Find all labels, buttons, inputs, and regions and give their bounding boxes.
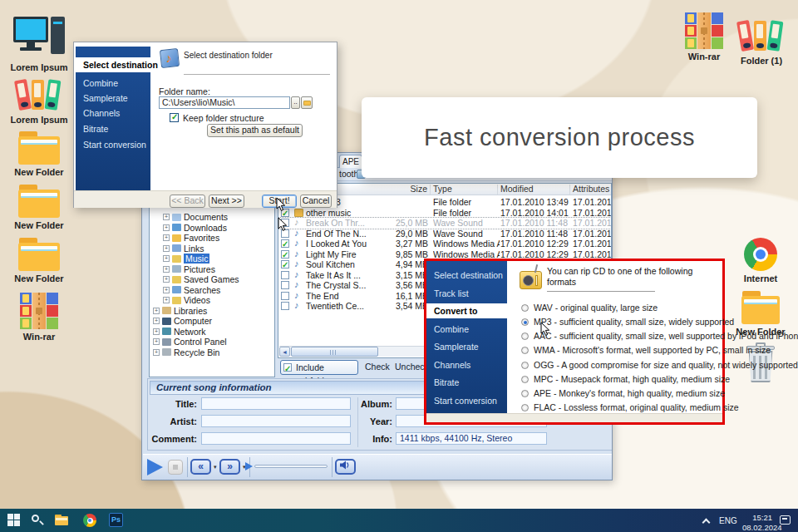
radio-icon[interactable] (521, 404, 529, 411)
sidebar-item-combine[interactable]: Combine (426, 322, 507, 337)
keep-folder-checkbox[interactable] (170, 113, 179, 122)
notification-center-icon[interactable] (780, 515, 791, 525)
desktop-icon-binders[interactable]: Lorem Ipsum (7, 77, 71, 125)
desktop-icon-new-folder-3[interactable]: New Folder (7, 238, 71, 283)
tree-item-network[interactable]: +Network (150, 327, 206, 337)
expand-icon[interactable]: + (163, 224, 170, 231)
file-row[interactable]: other musicFile folder17.01.2010 14:0117… (278, 208, 611, 219)
folder-path-input[interactable]: C:\Users\lio\Music\ (159, 96, 290, 109)
cancel-button[interactable]: Cancel (300, 195, 332, 208)
radio-icon[interactable] (521, 376, 529, 383)
photoshop-icon[interactable]: Ps (109, 513, 123, 527)
radio-icon[interactable] (521, 390, 529, 397)
column-type[interactable]: Type (433, 184, 452, 195)
desktop-icon-new-folder-2[interactable]: New Folder (7, 185, 71, 230)
file-row[interactable]: End Of The N...29,0 MBWave Sound17.01.20… (278, 229, 611, 239)
tree-item-favorites[interactable]: +Favorites (150, 233, 219, 244)
sidebar-item-convert-to[interactable]: Convert to (426, 303, 507, 318)
expand-icon[interactable]: + (163, 276, 170, 283)
set-default-path-button[interactable]: Set this path as default (207, 124, 303, 137)
title-field[interactable] (201, 397, 351, 410)
desktop-icon-folder1[interactable]: Folder (1) (730, 18, 793, 66)
format-option-aac[interactable]: AAC - sufficient quality, small size, we… (521, 330, 798, 342)
expand-icon[interactable]: + (153, 349, 160, 356)
row-checkbox[interactable] (281, 260, 289, 268)
sidebar-item-channels[interactable]: Channels (426, 357, 507, 372)
expand-icon[interactable]: + (163, 287, 170, 293)
back-button[interactable]: << Back (170, 195, 205, 208)
next-button[interactable]: Next >> (209, 195, 244, 208)
rewind-button[interactable]: « (190, 459, 211, 475)
rewind-dropdown-icon[interactable]: ▾ (214, 464, 217, 470)
volume-button[interactable] (335, 459, 356, 475)
format-option-wma[interactable]: WMA - Microsoft's format, well supported… (521, 344, 771, 356)
language-indicator[interactable]: ENG (719, 516, 737, 525)
expand-icon[interactable]: + (163, 245, 170, 252)
expand-icon[interactable]: + (163, 255, 170, 262)
row-checkbox[interactable] (281, 281, 289, 289)
clock[interactable]: 15:2108.02.2024 (742, 513, 772, 532)
tree-item-videos[interactable]: +Videos (150, 295, 210, 306)
format-option-ape[interactable]: APE - Monkey's format, high quality, med… (521, 387, 725, 399)
tree-item-downloads[interactable]: +Downloads (150, 223, 227, 234)
scrollbar-thumb[interactable] (291, 347, 378, 357)
tree-item-pictures[interactable]: +Pictures (150, 264, 215, 275)
column-size[interactable]: Size (378, 184, 427, 195)
tab-ape[interactable]: APE (339, 155, 362, 168)
sidebar-item-track-list[interactable]: Track list (426, 286, 507, 301)
desktop-icon-computer[interactable]: Lorem Ipsum (7, 17, 71, 72)
tree-item-recycle-bin[interactable]: +Recycle Bin (150, 347, 219, 358)
sidebar-item-combine[interactable]: Combine (76, 76, 150, 91)
radio-icon[interactable] (521, 318, 529, 326)
desktop-icon-winrar-2[interactable]: Win-rar (672, 12, 736, 62)
file-explorer-icon[interactable] (55, 513, 70, 528)
start-button[interactable] (7, 513, 22, 528)
tree-item-computer[interactable]: +Computer (150, 316, 212, 327)
column-modified[interactable]: Modified (500, 184, 534, 195)
radio-icon[interactable] (521, 362, 529, 369)
expand-icon[interactable]: + (153, 308, 160, 314)
comment-field[interactable] (201, 432, 351, 445)
file-row[interactable]: Break On Thr...25,0 MBWave Sound17.01.20… (278, 218, 611, 229)
search-icon[interactable] (30, 513, 45, 528)
desktop-icon-internet[interactable]: Internet (729, 238, 792, 283)
sidebar-item-select-destination[interactable]: Select destination (76, 57, 150, 72)
format-option-ogg[interactable]: OGG - A good compromise for size and qua… (521, 359, 798, 371)
expand-icon[interactable]: + (163, 234, 170, 241)
tree-item-saved-games[interactable]: +Saved Games (150, 274, 239, 285)
format-option-wav[interactable]: WAV - original quality, large size (521, 302, 658, 313)
tray-chevron-icon[interactable] (702, 519, 711, 527)
tree-item-control-panel[interactable]: +Control Panel (150, 337, 227, 347)
row-checkbox[interactable] (281, 250, 289, 259)
browse-button[interactable]: .. (291, 96, 300, 109)
format-option-flac[interactable]: FLAC - Lossless format, original quality… (521, 401, 739, 413)
expand-icon[interactable]: + (163, 297, 170, 303)
check-button[interactable]: Check (365, 362, 390, 372)
seek-slider-thumb[interactable] (245, 462, 253, 470)
scroll-left-arrow[interactable]: ◄ (279, 347, 290, 357)
folder-browse-button[interactable] (301, 96, 313, 109)
sidebar-item-samplerate[interactable]: Samplerate (76, 91, 150, 106)
radio-icon[interactable] (521, 304, 529, 312)
tree-item-links[interactable]: +Links (150, 244, 204, 254)
sidebar-item-samplerate[interactable]: Samplerate (426, 339, 507, 354)
file-row[interactable]: I Looked At You3,27 MBWindows Media Audi… (278, 239, 611, 249)
chrome-icon[interactable] (83, 514, 96, 527)
radio-icon[interactable] (521, 347, 529, 354)
sidebar-item-start-conversion[interactable]: Start conversion (76, 137, 150, 152)
expand-icon[interactable]: + (163, 214, 170, 220)
info-field[interactable]: 1411 kbps, 44100 Hz, Stereo (396, 432, 547, 445)
play-button[interactable] (147, 459, 163, 475)
tree-item-music[interactable]: +Music (150, 254, 209, 264)
expand-icon[interactable]: + (153, 328, 160, 335)
forward-button[interactable]: » (219, 459, 240, 475)
format-option-mp3[interactable]: MP3 - sufficient quality, small size, wi… (521, 316, 734, 328)
format-option-mpc[interactable]: MPC - Musepack format, high quality, med… (521, 373, 730, 385)
row-checkbox[interactable] (281, 239, 289, 248)
sidebar-item-select-destination[interactable]: Select destination (426, 268, 507, 283)
sidebar-item-channels[interactable]: Channels (76, 106, 150, 121)
tree-item-documents[interactable]: +Documents (150, 212, 228, 223)
sidebar-item-bitrate[interactable]: Bitrate (76, 121, 150, 136)
desktop-icon-winrar[interactable]: Win-rar (7, 293, 71, 342)
include-subfolders-button[interactable]: Include subfolders (280, 360, 358, 375)
